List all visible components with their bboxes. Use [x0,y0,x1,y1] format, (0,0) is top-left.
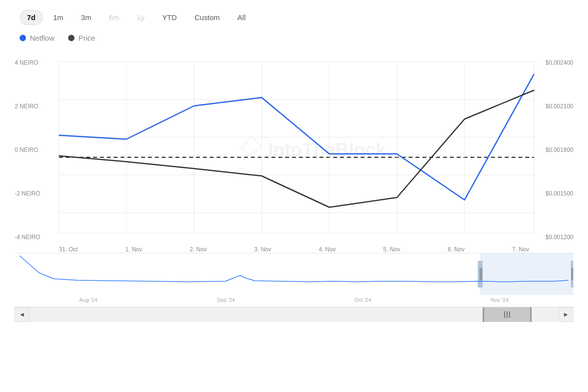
navigator-chart: Aug '24 Sep '24 Oct '24 Nov '24 [15,253,573,307]
netflow-label: Netflow [30,34,54,42]
scrollbar: ◀ ▶ [15,307,573,321]
x-label-1: 1. Nov [125,246,143,253]
time-btn-all[interactable]: All [230,10,253,25]
scroll-left-arrow[interactable]: ◀ [15,307,29,322]
price-dot [68,35,74,41]
time-btn-ytd[interactable]: YTD [155,10,184,25]
scroll-thumb-handle [504,311,510,318]
svg-rect-19 [480,253,573,295]
x-label-7: 7. Nov [512,246,529,253]
legend-netflow: Netflow [20,34,54,42]
x-label-5: 5. Nov [383,246,400,253]
scroll-thumb[interactable] [483,307,532,322]
x-label-3: 3. Nov [254,246,271,253]
x-label-2: 2. Nov [190,246,207,253]
nav-label-nov: Nov '24 [490,297,509,303]
scroll-track[interactable] [29,307,559,322]
price-label: Price [78,34,95,42]
time-btn-3m[interactable]: 3m [74,10,98,25]
nav-x-axis: Aug '24 Sep '24 Oct '24 Nov '24 [15,295,573,303]
nav-label-sep: Sep '24 [217,297,235,303]
chart-legend: Netflow Price [15,34,573,42]
chart-svg [15,57,573,243]
x-label-4: 4. Nov [318,246,336,253]
time-range-selector: 7d1m3m6m1yYTDCustomAll [15,10,573,25]
legend-price: Price [68,34,95,42]
time-btn-1m[interactable]: 1m [46,10,71,25]
nav-label-aug: Aug '24 [79,297,98,303]
x-axis: 31. Oct 1. Nov 2. Nov 3. Nov 4. Nov 5. N… [15,243,573,253]
x-label-0: 31. Oct [59,246,78,253]
main-chart: 4 NEIRO 2 NEIRO 0 NEIRO -2 NEIRO -4 NEIR… [15,57,573,243]
x-label-6: 6. Nov [448,246,465,253]
time-btn-custom[interactable]: Custom [187,10,227,25]
time-btn-6m: 6m [101,10,126,25]
time-btn-7d[interactable]: 7d [20,10,43,25]
chart-wrapper: 4 NEIRO 2 NEIRO 0 NEIRO -2 NEIRO -4 NEIR… [15,57,573,321]
netflow-dot [20,35,26,41]
nav-label-oct: Oct '24 [354,297,371,303]
main-container: 7d1m3m6m1yYTDCustomAll Netflow Price 4 N… [0,0,588,392]
time-btn-1y: 1y [129,10,152,25]
scroll-right-arrow[interactable]: ▶ [559,307,573,322]
